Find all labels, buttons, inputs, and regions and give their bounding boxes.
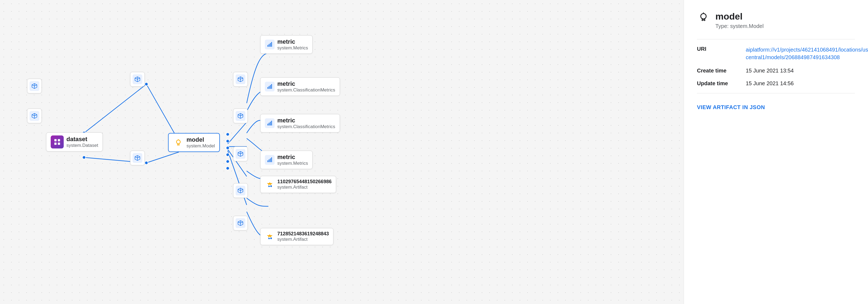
svg-line-4 [228,122,247,144]
svg-point-14 [226,146,229,149]
create-time-value: 15 June 2021 13:54 [746,67,794,74]
cube-icon [132,153,142,163]
cube-icon [30,111,39,121]
metric1-label: metric system.Metrics [277,38,308,51]
node-artifact2[interactable]: 7128521483619248843 system.Artifact [260,228,334,245]
node-model[interactable]: model system.Model [168,133,220,152]
svg-point-10 [145,83,148,86]
node-right-hub3[interactable] [233,146,248,161]
node-hub-cube-top[interactable] [130,72,145,87]
model-name: model [186,136,215,143]
artifact-icon [265,232,275,242]
svg-rect-40 [268,186,270,187]
svg-rect-34 [270,122,271,126]
svg-rect-30 [270,85,271,89]
metric-icon [265,155,275,165]
node-cube-tl1[interactable] [27,79,42,93]
node-cube-tl2[interactable] [27,109,42,123]
svg-rect-39 [271,158,272,162]
svg-rect-20 [55,142,57,145]
node-metric1[interactable]: metric system.Metrics [260,35,313,54]
uri-label: URI [697,46,735,52]
uri-link[interactable]: aiplatform://v1/projects/462141068491/lo… [746,46,868,61]
artifact1-type: system.Artifact [277,185,332,190]
svg-rect-42 [268,238,270,239]
svg-line-0 [84,84,146,133]
artifact1-name: 11029765448150266986 [277,179,332,185]
svg-point-15 [226,153,229,156]
artifact1-label: 11029765448150266986 system.Artifact [277,179,332,190]
svg-line-2 [146,84,179,141]
graph-canvas: dataset system.Dataset [0,0,684,304]
svg-rect-35 [271,121,272,126]
node-dataset[interactable]: dataset system.Dataset [46,133,103,151]
artifact2-type: system.Artifact [277,237,329,242]
detail-panel: model Type: system.Model URI aiplatform:… [684,0,868,304]
metric2-type: system.ClassificationMetrics [277,87,335,93]
node-hub-cube-bot[interactable] [130,150,145,165]
node-metric3[interactable]: metric system.ClassificationMetrics [260,114,340,133]
svg-point-12 [226,133,229,136]
detail-header: model Type: system.Model [697,11,855,29]
metric4-label: metric system.Metrics [277,154,308,166]
metric4-type: system.Metrics [277,161,308,166]
divider2 [697,93,855,93]
svg-rect-19 [58,139,60,141]
metric1-type: system.Metrics [277,45,308,51]
svg-rect-21 [58,142,60,145]
node-right-hub2[interactable] [233,109,248,123]
svg-rect-36 [268,160,268,162]
metric-icon [265,82,275,91]
detail-title: model [715,11,764,22]
svg-rect-25 [269,44,270,47]
artifact2-label: 7128521483619248843 system.Artifact [277,231,329,242]
svg-rect-31 [271,84,272,89]
update-time-value: 15 June 2021 14:56 [746,80,794,87]
node-right-hub1[interactable] [233,72,248,87]
node-right-hub4[interactable] [233,183,248,198]
metric4-name: metric [277,154,308,161]
divider1 [697,39,855,39]
svg-point-11 [145,161,148,165]
node-right-hub5[interactable] [233,216,248,230]
cube-icon [236,218,245,228]
create-time-row: Create time 15 June 2021 13:54 [697,67,855,74]
svg-rect-26 [270,43,271,47]
model-icon [173,137,184,148]
node-metric4[interactable]: metric system.Metrics [260,150,313,169]
metric3-name: metric [277,117,335,124]
cube-icon [236,74,245,84]
node-metric2[interactable]: metric system.ClassificationMetrics [260,77,340,96]
svg-point-9 [83,156,86,159]
svg-rect-33 [269,123,270,126]
create-time-label: Create time [697,67,735,74]
svg-rect-28 [268,87,268,89]
svg-point-22 [177,140,180,144]
svg-point-16 [226,160,229,163]
metric2-label: metric system.ClassificationMetrics [277,80,335,93]
svg-point-44 [701,13,706,19]
artifact-icon [265,180,275,190]
model-label: model system.Model [186,136,215,149]
view-json-button[interactable]: VIEW ARTIFACT IN JSON [697,104,765,110]
dataset-name: dataset [66,136,98,143]
artifact2-name: 7128521483619248843 [277,231,329,237]
svg-rect-27 [271,42,272,47]
model-type: system.Model [186,143,215,149]
cube-icon [132,74,142,84]
update-time-row: Update time 15 June 2021 14:56 [697,80,855,87]
svg-point-41 [270,185,272,187]
uri-row: URI aiplatform://v1/projects/46214106849… [697,46,855,61]
svg-point-17 [226,167,229,170]
graph-connections [0,0,684,304]
dataset-label: dataset system.Dataset [66,136,98,148]
node-artifact1[interactable]: 11029765448150266986 system.Artifact [260,176,336,193]
svg-point-13 [226,139,229,143]
metric3-type: system.ClassificationMetrics [277,124,335,130]
svg-rect-24 [268,45,268,47]
metric-icon [265,39,275,49]
svg-line-3 [146,152,179,163]
svg-rect-38 [270,159,271,162]
cube-icon [30,81,39,91]
dataset-icon [51,135,64,148]
